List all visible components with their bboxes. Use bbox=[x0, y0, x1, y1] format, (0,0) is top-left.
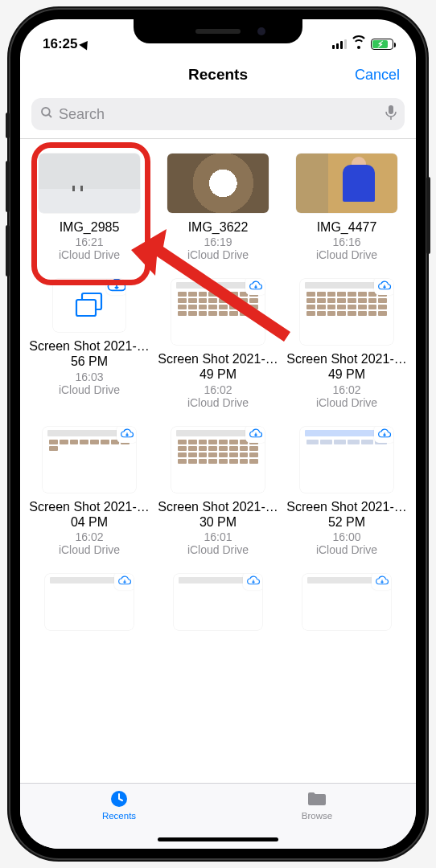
front-camera bbox=[257, 27, 265, 35]
power-button bbox=[426, 177, 430, 254]
search-container bbox=[20, 93, 416, 139]
file-thumbnail bbox=[167, 154, 269, 213]
file-item[interactable]: IMG_4477 16:16 iCloud Drive bbox=[284, 154, 409, 261]
file-item[interactable]: IMG_3622 16:19 iCloud Drive bbox=[155, 154, 281, 261]
file-item[interactable]: Screen Shot 2021-…52 PM 16:00 iCloud Dri… bbox=[284, 427, 409, 556]
file-name: IMG_3622 bbox=[188, 219, 249, 235]
file-thumbnail bbox=[300, 279, 393, 345]
file-time: 16:03 bbox=[75, 371, 103, 383]
file-item[interactable]: Screen Shot 2021-…49 PM 16:02 iCloud Dri… bbox=[284, 279, 409, 408]
file-item[interactable]: IMG_2985 16:21 iCloud Drive bbox=[27, 154, 152, 261]
home-indicator[interactable] bbox=[158, 837, 278, 841]
file-item[interactable] bbox=[155, 574, 281, 630]
cloud-download-icon bbox=[106, 279, 125, 295]
file-time: 16:01 bbox=[204, 530, 232, 543]
svg-rect-2 bbox=[389, 105, 393, 114]
file-name: Screen Shot 2021-…04 PM bbox=[29, 499, 150, 530]
file-time: 16:16 bbox=[332, 235, 360, 248]
screen: 16:25 ⚡︎ Recents Cancel bbox=[20, 19, 416, 849]
file-location: iCloud Drive bbox=[59, 383, 120, 396]
file-time: 16:00 bbox=[332, 530, 360, 543]
file-location: iCloud Drive bbox=[187, 543, 249, 556]
file-location: iCloud Drive bbox=[59, 248, 120, 261]
file-name: IMG_2985 bbox=[60, 219, 120, 235]
file-name: Screen Shot 2021-…49 PM bbox=[158, 351, 278, 382]
file-location: iCloud Drive bbox=[187, 396, 249, 409]
file-item[interactable] bbox=[284, 574, 409, 630]
cloud-download-icon bbox=[374, 279, 393, 295]
file-location: iCloud Drive bbox=[59, 543, 120, 556]
cloud-download-icon bbox=[245, 427, 265, 443]
search-field[interactable] bbox=[31, 98, 405, 130]
silence-switch bbox=[6, 113, 10, 138]
cloud-download-icon bbox=[117, 427, 136, 443]
search-icon bbox=[39, 105, 54, 123]
file-time: 16:02 bbox=[204, 383, 232, 396]
file-name: Screen Shot 2021-…52 PM bbox=[286, 499, 407, 530]
phone-frame: 16:25 ⚡︎ Recents Cancel bbox=[9, 8, 427, 860]
file-grid-scroll[interactable]: IMG_2985 16:21 iCloud Drive IMG_3622 16:… bbox=[20, 139, 416, 783]
clock-icon bbox=[108, 788, 130, 809]
file-name: Screen Shot 2021-…49 PM bbox=[286, 351, 407, 382]
location-icon bbox=[80, 38, 93, 50]
file-item[interactable]: Screen Shot 2021-…04 PM 16:02 iCloud Dri… bbox=[27, 427, 152, 556]
svg-rect-6 bbox=[76, 300, 96, 316]
file-item[interactable] bbox=[27, 574, 152, 630]
battery-icon: ⚡︎ bbox=[371, 39, 393, 50]
file-time: 16:21 bbox=[75, 235, 103, 248]
nav-bar: Recents Cancel bbox=[20, 56, 416, 93]
file-location: iCloud Drive bbox=[316, 396, 377, 409]
file-location: iCloud Drive bbox=[187, 248, 249, 261]
folder-icon bbox=[306, 788, 328, 809]
dictation-icon[interactable] bbox=[385, 104, 397, 124]
file-thumbnail bbox=[296, 154, 397, 213]
file-location: iCloud Drive bbox=[316, 248, 377, 261]
file-item[interactable]: Screen Shot 2021-…49 PM 16:02 iCloud Dri… bbox=[155, 279, 281, 408]
cloud-download-icon bbox=[114, 574, 134, 590]
wifi-icon bbox=[352, 39, 366, 50]
cloud-download-icon bbox=[243, 574, 262, 590]
status-left: 16:25 bbox=[43, 36, 90, 52]
file-item[interactable]: Screen Shot 2021-…56 PM 16:03 iCloud Dri… bbox=[27, 279, 152, 408]
tab-label: Recents bbox=[102, 811, 136, 821]
status-right: ⚡︎ bbox=[332, 39, 393, 50]
file-item[interactable]: Screen Shot 2021-…30 PM 16:01 iCloud Dri… bbox=[155, 427, 281, 556]
cloud-download-icon bbox=[245, 279, 265, 295]
volume-down-button bbox=[6, 225, 10, 276]
cellular-icon bbox=[332, 39, 347, 49]
page-title: Recents bbox=[188, 66, 248, 84]
cloud-download-icon bbox=[372, 574, 391, 590]
file-thumbnail bbox=[302, 574, 391, 630]
notch bbox=[134, 19, 302, 43]
file-time: 16:02 bbox=[75, 530, 103, 543]
file-name: IMG_4477 bbox=[317, 219, 377, 235]
cancel-button[interactable]: Cancel bbox=[355, 67, 400, 84]
file-thumbnail bbox=[53, 279, 125, 332]
svg-point-0 bbox=[42, 108, 50, 116]
file-thumbnail bbox=[174, 574, 262, 630]
tab-label: Browse bbox=[302, 811, 332, 821]
cloud-download-icon bbox=[374, 427, 393, 443]
file-thumbnail bbox=[39, 154, 140, 213]
svg-line-1 bbox=[48, 114, 51, 117]
volume-up-button bbox=[6, 161, 10, 212]
file-thumbnail bbox=[171, 427, 265, 493]
search-input[interactable] bbox=[59, 106, 380, 123]
charging-icon: ⚡︎ bbox=[377, 39, 384, 50]
file-time: 16:02 bbox=[332, 383, 360, 396]
status-time: 16:25 bbox=[43, 36, 77, 52]
file-name: Screen Shot 2021-…56 PM bbox=[29, 338, 150, 369]
file-time: 16:19 bbox=[204, 235, 232, 248]
file-thumbnail bbox=[43, 427, 136, 493]
speaker bbox=[195, 29, 241, 34]
file-thumbnail bbox=[300, 427, 393, 493]
file-thumbnail bbox=[171, 279, 265, 345]
file-location: iCloud Drive bbox=[316, 543, 377, 556]
file-grid: IMG_2985 16:21 iCloud Drive IMG_3622 16:… bbox=[27, 154, 409, 630]
file-thumbnail bbox=[45, 574, 134, 630]
file-name: Screen Shot 2021-…30 PM bbox=[158, 499, 278, 530]
